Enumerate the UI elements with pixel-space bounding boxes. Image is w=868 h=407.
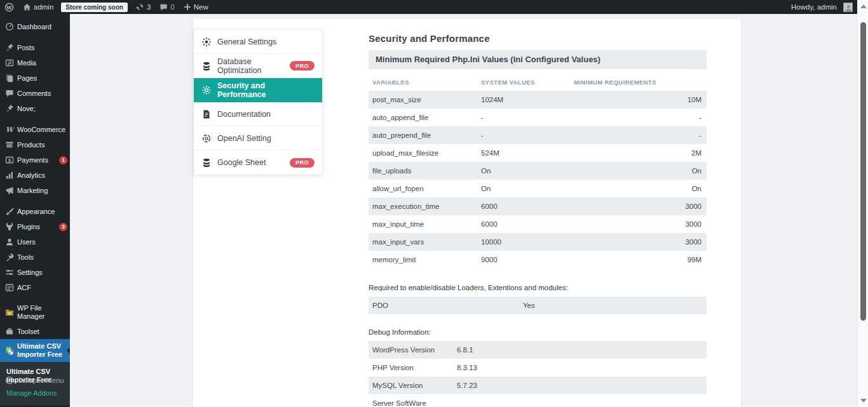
variable-name: auto_append_file — [372, 113, 481, 122]
browser-scrollbar[interactable] — [857, 0, 868, 407]
comments-count: 0 — [170, 3, 174, 11]
tab-database-optimization[interactable]: Database Optimization PRO — [194, 54, 322, 78]
variable-name: auto_prepend_file — [372, 131, 481, 140]
comments-link[interactable]: 0 — [155, 0, 179, 14]
minimum-requirement: 2M — [574, 149, 702, 157]
openai-icon — [201, 133, 212, 143]
debug-value: 6.8.1 — [457, 345, 702, 354]
system-value: - — [481, 113, 574, 122]
table-row: memory_limit 9000 99M — [369, 251, 707, 269]
megaphone-icon — [5, 186, 14, 195]
sidebar-item-posts[interactable]: Posts — [0, 40, 70, 55]
table-row: max_input_vars 10000 3000 — [369, 233, 707, 251]
woocommerce-icon: W — [5, 125, 14, 134]
plus-icon — [184, 3, 191, 11]
sidebar-item-acf[interactable]: ACF — [0, 280, 70, 295]
pages-icon — [5, 74, 14, 83]
minimum-requirement: On — [574, 166, 702, 175]
system-value: 1024M — [481, 95, 574, 104]
new-content-link[interactable]: New — [179, 0, 213, 14]
debug-table: WordPress Version 6.8.1 PHP Version 8.3.… — [369, 341, 707, 407]
sidebar-item-products[interactable]: Products — [0, 137, 70, 152]
sidebar-item-payments[interactable]: $ Payments 1 — [0, 152, 70, 168]
table-row: auto_append_file - - — [369, 109, 707, 126]
system-value: 6000 — [481, 220, 574, 229]
table-row: max_execution_time 6000 3000 — [369, 197, 707, 215]
variable-name: max_input_vars — [372, 237, 481, 246]
svg-text:$: $ — [8, 157, 11, 163]
payments-icon: $ — [5, 156, 14, 164]
sidebar-item-marketing[interactable]: Marketing — [0, 183, 70, 198]
comment-bubble-icon — [159, 3, 168, 11]
home-icon — [23, 3, 31, 11]
store-coming-soon-badge: Store coming soon — [61, 3, 128, 12]
table-row: PHP Version 8.3.13 — [369, 359, 707, 377]
debug-value — [457, 399, 702, 407]
csv-importer-logo-icon — [5, 346, 14, 355]
sidebar-item-users[interactable]: Users — [0, 234, 70, 250]
comment-bubble-icon — [5, 89, 14, 98]
system-value: 10000 — [481, 237, 574, 246]
svg-text:W: W — [6, 4, 13, 10]
new-label: New — [194, 3, 208, 11]
brush-icon — [5, 207, 14, 216]
php-values-table: post_max_size 1024M 10M auto_append_file… — [369, 91, 707, 269]
scrollbar-up-arrow-icon[interactable] — [860, 4, 867, 8]
section-header: Minimum Required Php.Ini Values (Ini Con… — [369, 50, 707, 69]
sidebar-item-ultimate-csv-importer[interactable]: Ultimate CSV Importer Free — [0, 339, 70, 362]
svg-text:W: W — [6, 126, 14, 134]
sidebar-item-comments[interactable]: Comments — [0, 86, 70, 101]
sidebar-item-woocommerce[interactable]: W WooCommerce — [0, 122, 70, 137]
minimum-requirement: - — [574, 113, 702, 122]
sidebar-item-analytics[interactable]: Analytics — [0, 168, 70, 183]
pdo-row: PDO Yes — [369, 297, 707, 314]
sidebar-item-pages[interactable]: Pages — [0, 70, 70, 86]
column-header-minimum-requirements: MINIMUM REQUIREMENTS — [574, 79, 702, 86]
submenu-item-manage-addons[interactable]: Manage Addons — [0, 387, 70, 400]
pro-badge: PRO — [290, 61, 315, 70]
my-account-link[interactable]: Howdy, admin — [787, 0, 857, 14]
user-icon — [5, 237, 14, 246]
updates-count: 3 — [147, 3, 151, 11]
sidebar-item-tools[interactable]: Tools — [0, 250, 70, 265]
table-row: file_uploads On On — [369, 162, 707, 180]
pushpin-icon — [5, 104, 14, 113]
tab-openai-setting[interactable]: OpenAI Setting — [194, 126, 322, 150]
sidebar-item-settings[interactable]: Settings — [0, 265, 70, 280]
sidebar-item-media[interactable]: Media — [0, 55, 70, 70]
tab-google-sheet[interactable]: Google Sheet PRO — [194, 150, 322, 175]
media-icon — [5, 58, 14, 67]
updates-link[interactable]: 3 — [131, 0, 155, 14]
system-value: On — [481, 166, 574, 175]
system-value: 9000 — [481, 255, 574, 264]
tab-security-and-performance[interactable]: Security and Performance — [194, 78, 322, 102]
system-value: - — [481, 131, 574, 140]
gear-icon — [201, 85, 212, 95]
sidebar-item-dashboard[interactable]: Dashboard — [0, 19, 70, 34]
site-name: admin — [34, 3, 53, 11]
sidebar-item-appearance[interactable]: Appearance — [0, 204, 70, 219]
wordpress-logo-icon[interactable]: W — [0, 0, 18, 14]
wrench-icon — [5, 253, 14, 262]
sidebar-item-wp-file-manager[interactable]: W WP File Manager — [0, 301, 70, 324]
settings-content: Security and Performance Minimum Require… — [369, 33, 707, 407]
svg-text:W: W — [8, 311, 12, 316]
debug-value: 5.7.23 — [457, 381, 702, 390]
sliders-icon — [5, 268, 14, 277]
sidebar-item-nove[interactable]: Nove; — [0, 101, 70, 116]
scrollbar-down-arrow-icon[interactable] — [860, 399, 867, 403]
debug-name: MySQL Version — [372, 381, 457, 390]
avatar — [843, 3, 853, 12]
variable-name: memory_limit — [372, 255, 481, 264]
collapse-menu-button[interactable]: Collapse Menu — [0, 373, 70, 388]
tab-documentation[interactable]: Documentation — [194, 102, 322, 126]
plugins-count-badge: 3 — [59, 223, 67, 231]
site-home-link[interactable]: admin — [18, 0, 58, 14]
sidebar-item-toolset[interactable]: Toolset — [0, 324, 70, 339]
tab-general-settings[interactable]: General Settings — [194, 30, 322, 54]
sidebar-item-plugins[interactable]: Plugins 3 — [0, 219, 70, 234]
scrollbar-thumb[interactable] — [860, 22, 866, 321]
suitcase-icon — [5, 327, 14, 336]
minimum-requirement: 10M — [574, 95, 702, 104]
admin-sidebar: Dashboard Posts Media Pages Comments Nov… — [0, 14, 70, 407]
